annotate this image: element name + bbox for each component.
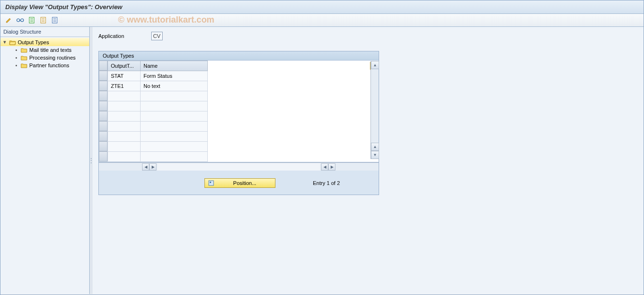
scroll-left2-button[interactable]: ◀: [321, 163, 328, 171]
vertical-scrollbar[interactable]: ▲ ▲ ▼: [370, 61, 379, 159]
cell-output-code[interactable]: ZTE1: [108, 81, 141, 91]
col-header-name[interactable]: Name: [141, 61, 208, 71]
table-row[interactable]: [108, 152, 208, 162]
output-types-table: OutputT... Name STAT Form Status ZTE1 No…: [107, 61, 208, 162]
tree-item-processing-routines[interactable]: • Processing routines: [0, 54, 89, 61]
scroll-right-button[interactable]: ▶: [149, 163, 156, 171]
bullet-icon: •: [14, 55, 19, 61]
sidebar-header: Dialog Structure: [0, 27, 89, 37]
glasses-icon: [16, 17, 24, 23]
bullet-icon: •: [14, 62, 19, 68]
list-blue-icon: [52, 17, 58, 24]
change-mode-button[interactable]: [4, 16, 13, 25]
scroll-down-button[interactable]: ▼: [371, 151, 379, 159]
svg-point-1: [21, 19, 24, 22]
svg-point-0: [17, 19, 20, 22]
window-title: Display View "Output Types": Overview: [0, 0, 644, 14]
tree-item-mail-title[interactable]: • Mail title and texts: [0, 46, 89, 54]
row-selector[interactable]: [99, 141, 107, 151]
cell-output-code[interactable]: STAT: [108, 71, 141, 81]
list-yellow-icon: [40, 17, 46, 24]
table-row[interactable]: STAT Form Status: [108, 71, 208, 81]
folder-open-icon: [9, 39, 16, 45]
scroll-left-button[interactable]: ◀: [142, 163, 149, 171]
row-selector[interactable]: [99, 121, 107, 131]
application-input[interactable]: [151, 32, 163, 40]
tree-item-partner-functions[interactable]: • Partner functions: [0, 61, 89, 69]
application-label: Application: [98, 33, 146, 39]
table-header-row: OutputT... Name: [108, 61, 208, 71]
tree-root-output-types[interactable]: ▾ Output Types: [0, 38, 89, 46]
deselect-all-button[interactable]: [50, 16, 59, 25]
cell-output-name[interactable]: Form Status: [141, 71, 208, 81]
row-selector[interactable]: [99, 131, 107, 141]
panel-footer: Position... Entry 1 of 2: [99, 171, 379, 195]
row-selector[interactable]: [99, 71, 107, 81]
table-row[interactable]: [108, 111, 208, 122]
table-row[interactable]: [108, 142, 208, 152]
folder-icon: [21, 55, 27, 61]
svg-rect-7: [210, 182, 211, 183]
scroll-right2-button[interactable]: ▶: [328, 163, 335, 171]
table-row[interactable]: [108, 91, 208, 101]
table-row[interactable]: [108, 122, 208, 132]
position-button-label: Position...: [217, 180, 272, 186]
tree-item-label: Partner functions: [29, 62, 69, 68]
table-row[interactable]: [108, 132, 208, 142]
table-row[interactable]: ZTE1 No text: [108, 81, 208, 91]
pencil-icon: [5, 17, 12, 24]
scroll-up2-button[interactable]: ▲: [371, 143, 379, 151]
position-button[interactable]: Position...: [204, 178, 275, 188]
row-selector[interactable]: [99, 111, 107, 121]
col-header-output[interactable]: OutputT...: [108, 61, 141, 71]
tree-item-label: Mail title and texts: [29, 47, 72, 53]
position-icon: [208, 180, 215, 186]
tree-item-label: Processing routines: [29, 55, 76, 61]
select-all-button[interactable]: [27, 16, 36, 25]
scroll-track[interactable]: [157, 163, 320, 171]
toolbar: © www.tutorialkart.com: [0, 14, 644, 27]
scroll-up-button[interactable]: ▲: [371, 61, 379, 69]
bullet-icon: •: [14, 47, 19, 53]
cell-output-name[interactable]: No text: [141, 81, 208, 91]
application-field-row: Application: [98, 32, 638, 40]
row-selector[interactable]: [99, 151, 107, 161]
horizontal-scrollbar[interactable]: ◀ ▶ ◀ ▶: [99, 162, 379, 171]
list-green-icon: [29, 17, 35, 24]
collapse-icon[interactable]: ▾: [2, 39, 7, 45]
glasses-button[interactable]: [16, 16, 24, 25]
row-selector[interactable]: [99, 81, 107, 91]
select-block-button[interactable]: [39, 16, 48, 25]
panel-title: Output Types: [99, 51, 379, 61]
folder-icon: [21, 62, 27, 68]
table-wrap: OutputT... Name STAT Form Status ZTE1 No…: [99, 61, 379, 162]
main-area: Application Output Types: [93, 27, 644, 294]
sidebar: Dialog Structure ▾ Output Types • Mail t…: [0, 27, 90, 294]
folder-icon: [21, 47, 27, 53]
tree-root-label: Output Types: [18, 39, 49, 45]
row-select-column: [99, 61, 107, 162]
select-all-corner[interactable]: [99, 61, 107, 71]
watermark: © www.tutorialkart.com: [118, 15, 215, 25]
entry-status: Entry 1 of 2: [313, 180, 340, 186]
content-area: Dialog Structure ▾ Output Types • Mail t…: [0, 27, 644, 294]
tree: ▾ Output Types • Mail title and texts • …: [0, 37, 89, 70]
output-types-panel: Output Types Outp: [98, 51, 379, 195]
row-selector[interactable]: [99, 101, 107, 111]
row-selector[interactable]: [99, 91, 107, 101]
table-row[interactable]: [108, 101, 208, 111]
